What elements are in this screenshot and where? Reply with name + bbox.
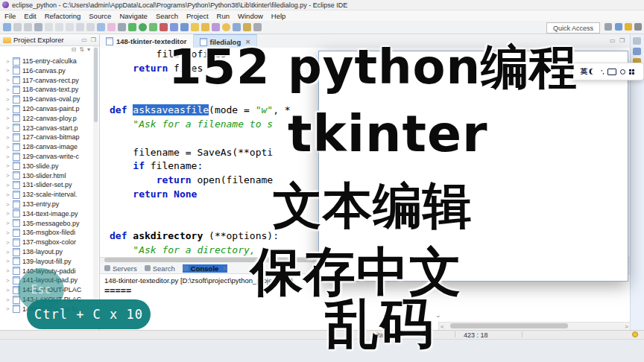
moon-icon[interactable] bbox=[591, 69, 597, 74]
maximize-view-icon[interactable]: ❒ bbox=[91, 36, 96, 43]
explorer-file-item[interactable]: >134-ttext-image.py bbox=[6, 209, 94, 218]
expand-icon[interactable]: > bbox=[6, 267, 10, 274]
ime-language-bar[interactable]: 英 ’, bbox=[571, 63, 644, 80]
expand-icon[interactable]: > bbox=[6, 96, 10, 103]
menu-window[interactable]: Window bbox=[238, 12, 263, 20]
undo-icon[interactable] bbox=[76, 23, 84, 31]
explorer-file-item[interactable]: >139-layout-fill.py bbox=[6, 257, 94, 266]
perspective-pydev-icon[interactable] bbox=[615, 23, 622, 31]
expand-icon[interactable]: > bbox=[6, 106, 10, 112]
console-tab-servers[interactable]: Servers bbox=[104, 264, 137, 273]
expand-icon[interactable]: > bbox=[6, 144, 10, 150]
expand-icon[interactable]: > bbox=[6, 58, 10, 65]
menu-refactoring[interactable]: Refactoring bbox=[45, 12, 81, 20]
project-explorer-header[interactable]: Project Explorer ▭ ❒ bbox=[0, 34, 99, 46]
expand-icon[interactable]: > bbox=[6, 296, 10, 303]
user-icon[interactable] bbox=[222, 23, 230, 31]
key-icon[interactable] bbox=[243, 23, 251, 31]
expand-icon[interactable]: > bbox=[6, 277, 10, 284]
explorer-file-item[interactable]: >136-msgbox-filedi bbox=[6, 228, 94, 237]
expand-icon[interactable]: > bbox=[6, 287, 10, 293]
explorer-file-item[interactable]: >128-canvas-image bbox=[6, 142, 94, 151]
explorer-file-item[interactable]: >130-slide.py bbox=[6, 162, 94, 171]
keyboard-icon[interactable] bbox=[607, 69, 616, 75]
menu-search[interactable]: Search bbox=[156, 12, 178, 20]
explorer-file-item[interactable]: >129-canvas-write-c bbox=[6, 152, 94, 161]
expand-icon[interactable]: > bbox=[6, 77, 10, 83]
open-folder-icon[interactable] bbox=[191, 23, 199, 31]
outline-view-icon[interactable] bbox=[633, 48, 641, 55]
expand-icon[interactable]: > bbox=[6, 115, 10, 121]
run-icon[interactable] bbox=[128, 23, 136, 31]
expand-icon[interactable]: > bbox=[6, 162, 10, 169]
lightbulb-icon[interactable] bbox=[631, 331, 639, 338]
expand-icon[interactable]: > bbox=[6, 153, 10, 160]
print-icon[interactable] bbox=[34, 23, 42, 31]
view-menu-icon[interactable]: ▾ bbox=[87, 46, 90, 55]
explorer-file-item[interactable]: >137-msgbox-color bbox=[6, 238, 94, 247]
cut-icon[interactable] bbox=[45, 23, 53, 31]
explorer-file-item[interactable]: >127-canvas-bitmap bbox=[6, 133, 94, 142]
perspective-debug-icon[interactable] bbox=[634, 23, 642, 31]
menu-project[interactable]: Project bbox=[186, 12, 209, 20]
close-icon[interactable]: ✕ bbox=[222, 265, 227, 272]
explorer-file-item[interactable]: >132-scale-interval. bbox=[6, 190, 94, 199]
sync-icon[interactable] bbox=[253, 23, 262, 31]
expand-icon[interactable]: > bbox=[6, 210, 10, 217]
menu-edit[interactable]: Edit bbox=[24, 12, 36, 20]
expand-icon[interactable]: > bbox=[6, 124, 10, 131]
feather-icon[interactable] bbox=[212, 23, 220, 31]
console-tab-search[interactable]: Search bbox=[145, 264, 175, 273]
new-server-icon[interactable] bbox=[180, 23, 189, 31]
link-editor-icon[interactable]: ⇅ bbox=[79, 46, 84, 55]
person-icon[interactable] bbox=[620, 69, 625, 74]
explorer-file-item[interactable]: >133-entry.py bbox=[6, 200, 94, 209]
expand-icon[interactable]: > bbox=[6, 201, 10, 208]
expand-icon[interactable]: > bbox=[6, 239, 10, 246]
mark-occurrences-icon[interactable] bbox=[97, 23, 105, 31]
maximize-editor-icon[interactable]: ❒ bbox=[619, 37, 625, 44]
paste-icon[interactable] bbox=[66, 23, 74, 31]
expand-icon[interactable]: > bbox=[6, 191, 10, 198]
expand-icon[interactable]: > bbox=[6, 134, 10, 141]
scroll-left-icon[interactable]: < bbox=[439, 323, 446, 330]
expand-icon[interactable]: > bbox=[6, 305, 10, 312]
expand-icon[interactable]: > bbox=[6, 249, 10, 255]
explorer-file-item[interactable]: >130-slider.html bbox=[6, 171, 94, 180]
import-icon[interactable] bbox=[201, 23, 209, 31]
explorer-file-item[interactable]: >117-canvas-rect.py bbox=[6, 76, 94, 85]
copy-icon[interactable] bbox=[55, 23, 63, 31]
explorer-file-item[interactable]: >123-canvas-start.p bbox=[6, 124, 94, 133]
profile-icon[interactable] bbox=[170, 23, 178, 31]
console-hscrollbar-thumb[interactable] bbox=[450, 323, 568, 328]
explorer-file-item[interactable]: >116-canvas.py bbox=[6, 66, 94, 75]
ime-menu-icon[interactable] bbox=[629, 69, 634, 74]
debug-icon[interactable] bbox=[160, 23, 168, 31]
minimize-editor-icon[interactable]: ▭ bbox=[610, 37, 616, 44]
perspective-java-icon[interactable] bbox=[625, 23, 632, 31]
menu-run[interactable]: Run bbox=[217, 12, 230, 20]
expand-icon[interactable]: > bbox=[6, 258, 10, 264]
explorer-file-item[interactable]: >131-slider-set.py bbox=[6, 180, 94, 189]
new-wizard-icon[interactable] bbox=[3, 23, 11, 31]
explorer-file-item[interactable]: >118-canvas-text.py bbox=[6, 85, 94, 94]
restore-view-icon[interactable] bbox=[633, 37, 641, 45]
menu-help[interactable]: Help bbox=[271, 12, 286, 20]
save-icon[interactable] bbox=[13, 23, 22, 31]
expand-icon[interactable]: > bbox=[6, 172, 10, 179]
settings-icon[interactable] bbox=[118, 23, 126, 31]
menu-navigate[interactable]: Navigate bbox=[119, 12, 148, 20]
run-last-icon[interactable] bbox=[139, 23, 147, 31]
expand-icon[interactable]: > bbox=[6, 67, 10, 74]
punctuation-icon[interactable]: ’, bbox=[601, 69, 604, 75]
menu-file[interactable]: File bbox=[4, 12, 16, 20]
menu-source[interactable]: Source bbox=[89, 12, 111, 20]
explorer-file-item[interactable]: >120-canvas-paint.p bbox=[6, 104, 94, 113]
collapse-all-icon[interactable]: ⊟ bbox=[72, 46, 77, 55]
expand-icon[interactable]: > bbox=[6, 220, 10, 226]
perspective-open-icon[interactable] bbox=[604, 23, 612, 31]
scroll-right-icon[interactable]: > bbox=[623, 323, 630, 330]
expand-icon[interactable]: > bbox=[6, 229, 10, 236]
minimize-view-icon[interactable]: ▭ bbox=[81, 36, 87, 43]
quick-access-box[interactable]: Quick Access bbox=[546, 22, 600, 34]
